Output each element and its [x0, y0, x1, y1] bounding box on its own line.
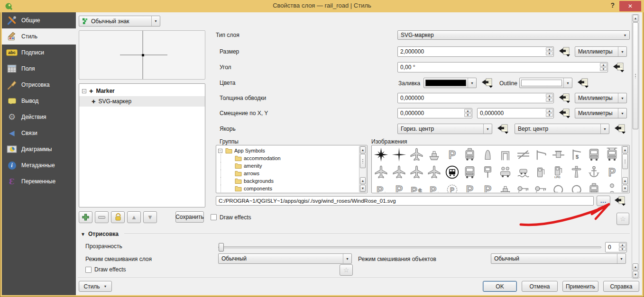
svg-symbol-toll-booth[interactable]	[550, 146, 567, 163]
svg-symbol-airplane-5[interactable]	[425, 163, 443, 181]
sidebar-item-display[interactable]: Вывод	[2, 93, 76, 109]
close-button[interactable]: ✕	[619, 1, 641, 11]
spin-arrows[interactable]: ▲▼	[464, 109, 471, 117]
svg-symbol-parking-4[interactable]	[461, 181, 478, 192]
move-down-button[interactable]: ▼	[143, 211, 157, 223]
style-menu-button[interactable]: Стиль ▼	[79, 281, 112, 292]
svg-symbol-parking-3[interactable]	[390, 181, 407, 192]
lock-color-button[interactable]	[111, 211, 125, 223]
outline-width-data-defined-button[interactable]	[559, 93, 571, 103]
sidebar-item-general[interactable]: Общие	[2, 12, 76, 28]
add-symbol-layer-button[interactable]	[79, 211, 92, 223]
help-button[interactable]: ?	[610, 1, 615, 9]
sidebar-item-rendering[interactable]: Отрисовка	[2, 77, 76, 93]
svg-symbol-barrier[interactable]	[532, 146, 550, 163]
scroll-down-icon[interactable]: ▼	[622, 185, 628, 192]
svg-symbol-lighthouse[interactable]	[568, 163, 585, 181]
apply-button[interactable]: Применить	[562, 281, 598, 292]
sidebar-item-diagrams[interactable]: Диаграммы	[2, 141, 76, 157]
svg-symbol-ship-2[interactable]	[497, 181, 514, 192]
collapse-expander-icon[interactable]: −	[82, 89, 86, 93]
svg-symbol-bus-2[interactable]	[461, 163, 478, 181]
offset-x-spinbox[interactable]: 0,000000 ▲▼	[397, 108, 472, 118]
svg-symbol-fuel-lpg[interactable]	[550, 163, 567, 181]
svg-symbol-bus[interactable]	[585, 146, 603, 163]
outline-width-unit-combo[interactable]: Миллиметры ▼	[575, 93, 627, 103]
scroll-up-icon[interactable]: ▲	[360, 146, 366, 153]
size-data-defined-button[interactable]	[559, 46, 571, 57]
sidebar-item-joins[interactable]: ◀Связи	[2, 125, 76, 141]
spin-arrows[interactable]: ▲▼	[619, 243, 626, 252]
svg-symbol-taxi-2[interactable]	[585, 181, 603, 192]
layer-draw-effects-checkbox[interactable]	[85, 267, 92, 273]
outline-color-button[interactable]: ▼	[519, 78, 572, 88]
scroll-up-icon[interactable]: ▲	[622, 146, 628, 153]
svg-symbol-key[interactable]	[514, 181, 532, 192]
groups-tree-item-arrows[interactable]: arrows	[217, 170, 358, 177]
svg-symbol-person[interactable]	[603, 181, 621, 192]
groups-tree-item-backgrounds[interactable]: backgrounds	[217, 177, 358, 185]
transparency-slider-thumb[interactable]	[219, 243, 224, 252]
layer-blend-combo[interactable]: Обычный ▼	[218, 253, 352, 264]
fill-data-defined-button[interactable]	[481, 78, 494, 88]
collapse-expander-icon[interactable]: −	[218, 149, 222, 153]
offset-data-defined-button[interactable]	[559, 108, 571, 118]
size-unit-combo[interactable]: Миллиметры ▼	[575, 46, 627, 57]
svg-symbol-wind-rose[interactable]	[390, 146, 407, 163]
sidebar-item-labels[interactable]: abcПодписи	[2, 45, 76, 61]
scroll-up-icon[interactable]: ▲	[622, 177, 628, 184]
image-grid-scrollbar[interactable]: ▲ ▲ ▼	[621, 146, 629, 192]
save-symbol-button[interactable]: Сохранить	[175, 211, 204, 223]
svg-symbol-airplane-2[interactable]	[372, 163, 390, 181]
sidebar-item-metadata[interactable]: iМетаданные	[2, 157, 76, 173]
browse-button[interactable]: ...	[597, 196, 610, 206]
groups-tree-scrollbar[interactable]: ▲ ▲ ▼	[359, 146, 367, 192]
sidebar-item-style[interactable]: Стиль	[2, 28, 76, 45]
svg-symbol-key-2[interactable]	[532, 181, 550, 192]
outline-data-defined-button[interactable]	[577, 78, 589, 88]
svg-symbol-parking-dot-2[interactable]	[425, 181, 443, 192]
svg-symbol-roundabout-left[interactable]	[550, 181, 567, 192]
remove-symbol-layer-button[interactable]	[95, 211, 109, 223]
svg-symbol-anchor[interactable]	[585, 163, 603, 181]
spin-arrows[interactable]: ▲▼	[546, 47, 553, 56]
svg-symbol-railway-crossing[interactable]	[514, 146, 532, 163]
svg-symbol-bus-circle[interactable]	[443, 163, 461, 181]
offset-y-spinbox[interactable]: 0,000000 ▲▼	[477, 108, 554, 118]
svg-symbol-trolleybus[interactable]	[603, 146, 621, 163]
svg-symbol-parking-dollar[interactable]	[408, 181, 425, 192]
svg-symbol-parking-dot[interactable]	[372, 181, 390, 192]
scroll-up-icon[interactable]: ▲	[633, 263, 638, 270]
help-button[interactable]: Справка	[603, 281, 639, 292]
svg-symbol-car-pool[interactable]	[497, 163, 514, 181]
sidebar-item-actions[interactable]: ⚙Действия	[2, 109, 76, 125]
feature-blend-combo[interactable]: Обычный ▼	[491, 253, 626, 264]
svg-path-input[interactable]: C:/PROGRA~1/QGISLY~1/apps/qgis/./svg/win…	[216, 196, 594, 206]
main-scrollbar[interactable]: ▲ ▲ ▼	[632, 14, 639, 279]
svg-symbol-bus-stop[interactable]	[479, 163, 497, 181]
angle-spinbox[interactable]: 0,00 ° ▲▼	[397, 62, 608, 72]
anchor-horizontal-combo[interactable]: Гориз. центр ▼	[397, 124, 492, 134]
move-up-button[interactable]: ▲	[127, 211, 141, 223]
scroll-down-icon[interactable]: ▼	[360, 185, 366, 192]
sidebar-item-fields[interactable]: Поля	[2, 61, 76, 77]
svg-symbol-parking-round[interactable]	[443, 181, 461, 192]
collapse-triangle-icon[interactable]: ▼	[81, 232, 85, 237]
sidebar-item-variables[interactable]: ƐПеременные	[2, 173, 76, 189]
anchor-vertical-combo[interactable]: Верт. центр ▼	[515, 124, 609, 134]
groups-tree-item-amenity[interactable]: amenity	[217, 162, 358, 170]
svg-symbol-wind-rose-filled[interactable]	[372, 146, 390, 163]
size-spinbox[interactable]: 2,000000 ▲▼	[397, 46, 554, 57]
svg-symbol-fuel[interactable]	[532, 163, 550, 181]
svg-symbol-gate[interactable]	[497, 146, 514, 163]
scroll-down-icon[interactable]: ▼	[633, 271, 638, 278]
fill-color-button[interactable]: ▼	[423, 78, 477, 88]
spin-arrows[interactable]: ▲▼	[546, 109, 553, 117]
renderer-type-combo[interactable]: Обычный знак ▼	[79, 16, 160, 27]
titlebar[interactable]: Свойства слоя — rail_road | Стиль ? ✕	[0, 0, 644, 12]
spin-arrows[interactable]: ▲▼	[600, 63, 607, 72]
transparency-slider[interactable]	[218, 246, 601, 248]
svg-symbol-car-ferry[interactable]	[514, 163, 532, 181]
layer-effects-star-button[interactable]: ☆	[340, 264, 353, 276]
angle-data-defined-button[interactable]	[613, 62, 625, 72]
